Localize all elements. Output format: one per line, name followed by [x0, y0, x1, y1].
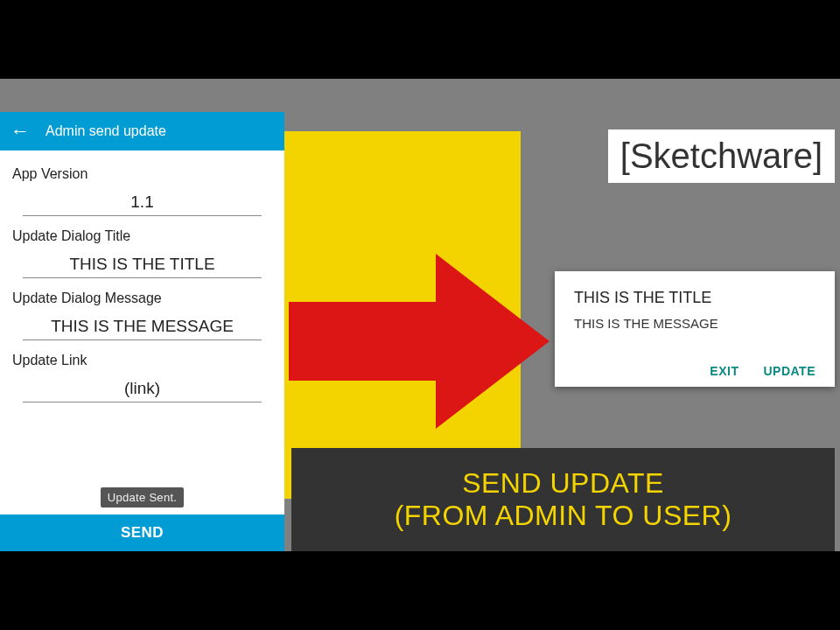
appbar-title: Admin send update — [46, 123, 166, 139]
toast-message: Update Sent. — [101, 487, 185, 508]
appbar: ← Admin send update — [0, 112, 284, 150]
exit-button[interactable]: EXIT — [710, 364, 738, 378]
send-button[interactable]: SEND — [0, 514, 284, 551]
update-dialog: THIS IS THE TITLE THIS IS THE MESSAGE EX… — [555, 271, 835, 387]
caption-banner: SEND UPDATE (FROM ADMIN TO USER) — [291, 448, 835, 551]
dialog-message-label: Update Dialog Message — [12, 290, 272, 306]
dialog-title-label: Update Dialog Title — [12, 228, 272, 244]
dialog-title: THIS IS THE TITLE — [574, 289, 816, 307]
sketchware-badge: [Sketchware] — [608, 130, 835, 183]
dialog-actions: EXIT UPDATE — [574, 364, 816, 378]
app-version-label: App Version — [12, 166, 272, 182]
caption-line-2: (FROM ADMIN TO USER) — [395, 500, 732, 532]
dialog-message: THIS IS THE MESSAGE — [574, 316, 816, 331]
admin-phone-screen: ← Admin send update App Version Update D… — [0, 112, 284, 551]
arrow-head — [436, 254, 550, 429]
update-link-input[interactable] — [23, 374, 262, 402]
app-version-input[interactable] — [23, 187, 262, 216]
back-arrow-icon[interactable]: ← — [10, 122, 30, 141]
red-arrow-icon — [289, 254, 560, 429]
arrow-shaft — [289, 302, 438, 381]
caption-line-1: SEND UPDATE — [462, 467, 664, 500]
update-form: App Version Update Dialog Title Update D… — [0, 150, 284, 514]
dialog-title-input[interactable] — [23, 249, 262, 278]
thumbnail-canvas: ← Admin send update App Version Update D… — [0, 79, 840, 551]
dialog-message-input[interactable] — [23, 312, 262, 340]
update-button[interactable]: UPDATE — [763, 364, 816, 378]
update-link-label: Update Link — [12, 353, 272, 368]
toast-container: Update Sent. — [12, 487, 272, 508]
